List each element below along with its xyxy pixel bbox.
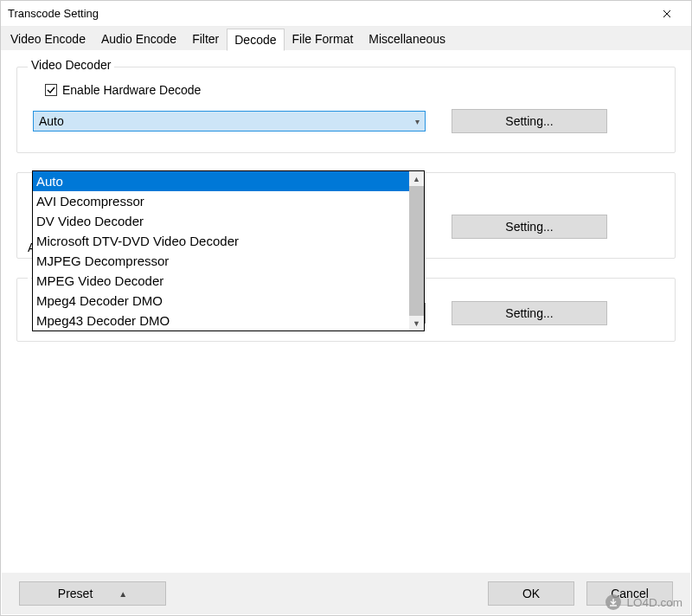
ok-button[interactable]: OK: [488, 581, 574, 606]
titlebar: Transcode Setting: [1, 1, 691, 27]
dropdown-item[interactable]: Microsoft DTV-DVD Video Decoder: [33, 231, 409, 251]
chevron-up-icon: ▲: [119, 589, 127, 599]
tab-audio-encode[interactable]: Audio Encode: [93, 28, 184, 50]
close-button[interactable]: [650, 2, 684, 26]
tab-file-format[interactable]: File Format: [285, 28, 362, 50]
dropdown-item[interactable]: MPEG Video Decoder: [33, 271, 409, 291]
tab-decode[interactable]: Decode: [227, 29, 284, 51]
tab-strip: Video Encode Audio Encode Filter Decode …: [1, 27, 691, 51]
video-decoder-selected-value: Auto: [39, 114, 64, 128]
chevron-down-icon: ▾: [415, 117, 420, 126]
scroll-down-arrow-icon[interactable]: ▼: [409, 316, 424, 330]
window-root: Transcode Setting Video Encode Audio Enc…: [0, 0, 692, 616]
audio-decoder-setting-button[interactable]: Setting...: [452, 215, 607, 239]
tab-video-encode[interactable]: Video Encode: [3, 28, 93, 50]
enable-hardware-decode-label: Enable Hardware Decode: [62, 83, 201, 97]
enable-hardware-decode-checkbox[interactable]: [45, 84, 57, 96]
dropdown-item[interactable]: DV Video Decoder: [33, 211, 409, 231]
preset-button-label: Preset: [58, 587, 93, 600]
checkmark-icon: [47, 86, 55, 94]
dropdown-item[interactable]: Mpeg43 Decoder DMO: [33, 311, 409, 330]
video-decoder-select[interactable]: Auto ▾: [33, 111, 426, 132]
scroll-thumb[interactable]: [409, 186, 424, 316]
tab-filter[interactable]: Filter: [184, 28, 227, 50]
video-decoder-setting-button[interactable]: Setting...: [452, 109, 607, 133]
tab-miscellaneous[interactable]: Miscellaneous: [361, 28, 453, 50]
group-video-decoder: Video Decoder Enable Hardware Decode Aut…: [16, 67, 676, 153]
dropdown-item[interactable]: Auto: [33, 171, 409, 191]
preset-button[interactable]: Preset ▲: [19, 581, 166, 606]
watermark: LO4D.com: [606, 594, 682, 610]
dropdown-item[interactable]: MJPEG Decompressor: [33, 251, 409, 271]
watermark-text: LO4D.com: [626, 596, 682, 609]
window-title: Transcode Setting: [8, 7, 99, 20]
bottom-bar: Preset ▲ OK Cancel: [2, 573, 690, 614]
download-icon: [606, 594, 621, 610]
dropdown-items: Auto AVI Decompressor DV Video Decoder M…: [33, 171, 409, 330]
scroll-up-arrow-icon[interactable]: ▲: [409, 171, 424, 186]
dropdown-scrollbar[interactable]: ▲ ▼: [409, 171, 424, 330]
close-icon: [663, 10, 671, 18]
dropdown-item[interactable]: AVI Decompressor: [33, 191, 409, 211]
group-title-video-decoder: Video Decoder: [28, 58, 114, 72]
splitter-setting-button[interactable]: Setting...: [452, 301, 607, 325]
enable-hardware-decode-row[interactable]: Enable Hardware Decode: [45, 83, 659, 97]
video-decoder-dropdown-list: Auto AVI Decompressor DV Video Decoder M…: [32, 170, 425, 331]
dropdown-item[interactable]: Mpeg4 Decoder DMO: [33, 291, 409, 311]
